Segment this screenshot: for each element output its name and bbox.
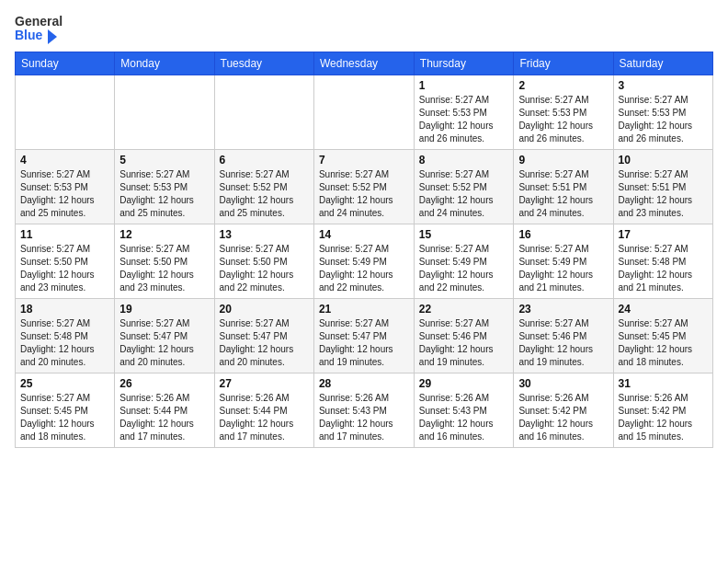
logo-general: General xyxy=(15,15,63,29)
day-cell: 4Sunrise: 5:27 AM Sunset: 5:53 PM Daylig… xyxy=(16,149,115,224)
day-info: Sunrise: 5:26 AM Sunset: 5:44 PM Dayligh… xyxy=(220,392,309,443)
logo-blue: Blue xyxy=(15,29,63,43)
day-info: Sunrise: 5:27 AM Sunset: 5:47 PM Dayligh… xyxy=(119,317,209,369)
weekday-header-wednesday: Wednesday xyxy=(313,52,414,75)
day-info: Sunrise: 5:27 AM Sunset: 5:46 PM Dayligh… xyxy=(419,317,509,369)
day-info: Sunrise: 5:27 AM Sunset: 5:50 PM Dayligh… xyxy=(220,243,309,294)
day-info: Sunrise: 5:27 AM Sunset: 5:45 PM Dayligh… xyxy=(20,392,109,443)
day-cell: 9Sunrise: 5:27 AM Sunset: 5:51 PM Daylig… xyxy=(514,149,613,224)
day-number: 15 xyxy=(419,228,509,241)
day-cell: 2Sunrise: 5:27 AM Sunset: 5:53 PM Daylig… xyxy=(514,75,613,149)
day-cell: 12Sunrise: 5:27 AM Sunset: 5:50 PM Dayli… xyxy=(115,224,214,298)
day-number: 17 xyxy=(619,228,709,241)
day-cell: 5Sunrise: 5:27 AM Sunset: 5:53 PM Daylig… xyxy=(115,149,214,224)
page-header: General Blue xyxy=(15,15,713,44)
day-number: 10 xyxy=(619,154,709,167)
calendar-table: SundayMondayTuesdayWednesdayThursdayFrid… xyxy=(15,52,713,448)
week-row-5: 25Sunrise: 5:27 AM Sunset: 5:45 PM Dayli… xyxy=(16,373,713,447)
day-number: 13 xyxy=(220,228,309,241)
day-info: Sunrise: 5:27 AM Sunset: 5:45 PM Dayligh… xyxy=(619,317,709,369)
day-info: Sunrise: 5:27 AM Sunset: 5:47 PM Dayligh… xyxy=(220,317,309,369)
day-cell: 15Sunrise: 5:27 AM Sunset: 5:49 PM Dayli… xyxy=(414,224,514,298)
day-cell: 27Sunrise: 5:26 AM Sunset: 5:44 PM Dayli… xyxy=(214,373,313,447)
day-cell: 29Sunrise: 5:26 AM Sunset: 5:43 PM Dayli… xyxy=(414,373,514,447)
day-number: 5 xyxy=(119,154,209,167)
day-cell: 30Sunrise: 5:26 AM Sunset: 5:42 PM Dayli… xyxy=(514,373,613,447)
day-cell: 11Sunrise: 5:27 AM Sunset: 5:50 PM Dayli… xyxy=(16,224,115,298)
day-cell: 1Sunrise: 5:27 AM Sunset: 5:53 PM Daylig… xyxy=(414,75,514,149)
day-number: 30 xyxy=(518,377,608,390)
weekday-header-monday: Monday xyxy=(115,52,214,75)
day-info: Sunrise: 5:27 AM Sunset: 5:52 PM Dayligh… xyxy=(220,168,309,220)
day-info: Sunrise: 5:27 AM Sunset: 5:53 PM Dayligh… xyxy=(619,94,709,145)
day-number: 18 xyxy=(20,303,109,316)
day-cell xyxy=(313,75,414,149)
week-row-1: 1Sunrise: 5:27 AM Sunset: 5:53 PM Daylig… xyxy=(16,75,713,149)
day-info: Sunrise: 5:27 AM Sunset: 5:52 PM Dayligh… xyxy=(319,168,409,220)
logo-arrow-icon xyxy=(48,29,57,44)
day-cell: 7Sunrise: 5:27 AM Sunset: 5:52 PM Daylig… xyxy=(313,149,414,224)
logo: General Blue xyxy=(15,15,63,44)
day-number: 27 xyxy=(220,377,309,390)
weekday-header-saturday: Saturday xyxy=(613,52,713,75)
day-info: Sunrise: 5:27 AM Sunset: 5:51 PM Dayligh… xyxy=(619,168,709,220)
day-cell: 17Sunrise: 5:27 AM Sunset: 5:48 PM Dayli… xyxy=(613,224,713,298)
day-cell: 31Sunrise: 5:26 AM Sunset: 5:42 PM Dayli… xyxy=(613,373,713,447)
day-number: 16 xyxy=(518,228,608,241)
day-cell: 20Sunrise: 5:27 AM Sunset: 5:47 PM Dayli… xyxy=(214,298,313,373)
day-cell: 18Sunrise: 5:27 AM Sunset: 5:48 PM Dayli… xyxy=(16,298,115,373)
day-number: 14 xyxy=(319,228,409,241)
day-cell: 8Sunrise: 5:27 AM Sunset: 5:52 PM Daylig… xyxy=(414,149,514,224)
day-info: Sunrise: 5:27 AM Sunset: 5:53 PM Dayligh… xyxy=(119,168,209,220)
day-number: 12 xyxy=(119,228,209,241)
day-cell: 14Sunrise: 5:27 AM Sunset: 5:49 PM Dayli… xyxy=(313,224,414,298)
weekday-header-row: SundayMondayTuesdayWednesdayThursdayFrid… xyxy=(16,52,713,75)
day-cell: 25Sunrise: 5:27 AM Sunset: 5:45 PM Dayli… xyxy=(16,373,115,447)
day-number: 19 xyxy=(119,303,209,316)
day-info: Sunrise: 5:27 AM Sunset: 5:50 PM Dayligh… xyxy=(119,243,209,294)
day-number: 1 xyxy=(419,79,509,92)
day-number: 7 xyxy=(319,154,409,167)
day-number: 28 xyxy=(319,377,409,390)
day-info: Sunrise: 5:27 AM Sunset: 5:53 PM Dayligh… xyxy=(419,94,509,145)
day-number: 23 xyxy=(518,303,608,316)
day-cell: 21Sunrise: 5:27 AM Sunset: 5:47 PM Dayli… xyxy=(313,298,414,373)
day-cell: 13Sunrise: 5:27 AM Sunset: 5:50 PM Dayli… xyxy=(214,224,313,298)
day-info: Sunrise: 5:27 AM Sunset: 5:48 PM Dayligh… xyxy=(619,243,709,294)
day-cell xyxy=(16,75,115,149)
day-cell: 23Sunrise: 5:27 AM Sunset: 5:46 PM Dayli… xyxy=(514,298,613,373)
day-info: Sunrise: 5:27 AM Sunset: 5:50 PM Dayligh… xyxy=(20,243,109,294)
day-number: 2 xyxy=(518,79,608,92)
logo-text: General Blue xyxy=(15,15,63,44)
day-number: 11 xyxy=(20,228,109,241)
day-info: Sunrise: 5:26 AM Sunset: 5:42 PM Dayligh… xyxy=(518,392,608,443)
day-cell: 10Sunrise: 5:27 AM Sunset: 5:51 PM Dayli… xyxy=(613,149,713,224)
day-info: Sunrise: 5:27 AM Sunset: 5:49 PM Dayligh… xyxy=(518,243,608,294)
day-info: Sunrise: 5:27 AM Sunset: 5:46 PM Dayligh… xyxy=(518,317,608,369)
weekday-header-tuesday: Tuesday xyxy=(214,52,313,75)
day-number: 20 xyxy=(220,303,309,316)
day-number: 25 xyxy=(20,377,109,390)
week-row-2: 4Sunrise: 5:27 AM Sunset: 5:53 PM Daylig… xyxy=(16,149,713,224)
day-info: Sunrise: 5:27 AM Sunset: 5:53 PM Dayligh… xyxy=(20,168,109,220)
weekday-header-sunday: Sunday xyxy=(16,52,115,75)
day-cell: 24Sunrise: 5:27 AM Sunset: 5:45 PM Dayli… xyxy=(613,298,713,373)
day-info: Sunrise: 5:27 AM Sunset: 5:48 PM Dayligh… xyxy=(20,317,109,369)
day-info: Sunrise: 5:26 AM Sunset: 5:44 PM Dayligh… xyxy=(119,392,209,443)
day-info: Sunrise: 5:27 AM Sunset: 5:52 PM Dayligh… xyxy=(419,168,509,220)
day-info: Sunrise: 5:26 AM Sunset: 5:43 PM Dayligh… xyxy=(319,392,409,443)
weekday-header-thursday: Thursday xyxy=(414,52,514,75)
day-number: 31 xyxy=(619,377,709,390)
day-number: 8 xyxy=(419,154,509,167)
day-number: 4 xyxy=(20,154,109,167)
week-row-3: 11Sunrise: 5:27 AM Sunset: 5:50 PM Dayli… xyxy=(16,224,713,298)
day-cell: 19Sunrise: 5:27 AM Sunset: 5:47 PM Dayli… xyxy=(115,298,214,373)
day-number: 22 xyxy=(419,303,509,316)
day-cell: 3Sunrise: 5:27 AM Sunset: 5:53 PM Daylig… xyxy=(613,75,713,149)
day-cell: 26Sunrise: 5:26 AM Sunset: 5:44 PM Dayli… xyxy=(115,373,214,447)
day-info: Sunrise: 5:26 AM Sunset: 5:43 PM Dayligh… xyxy=(419,392,509,443)
day-number: 24 xyxy=(619,303,709,316)
day-cell: 16Sunrise: 5:27 AM Sunset: 5:49 PM Dayli… xyxy=(514,224,613,298)
day-info: Sunrise: 5:27 AM Sunset: 5:47 PM Dayligh… xyxy=(319,317,409,369)
day-number: 6 xyxy=(220,154,309,167)
